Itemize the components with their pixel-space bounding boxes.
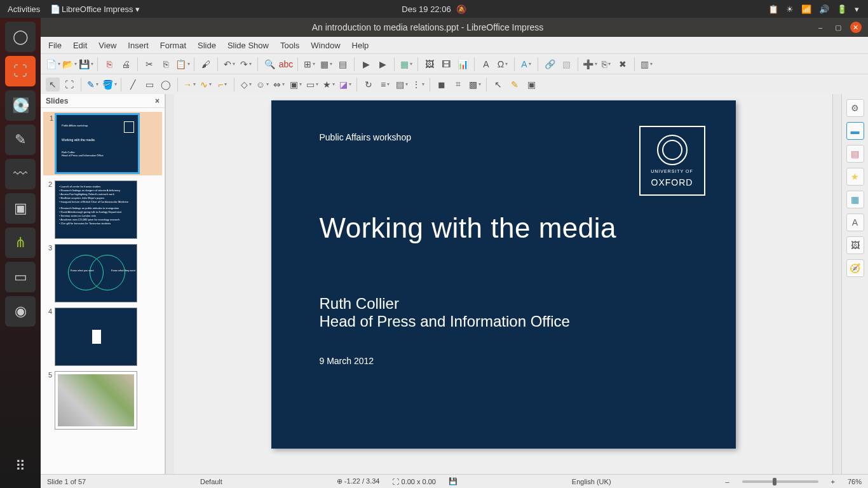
callout-tool[interactable]: ▭	[305, 78, 319, 92]
minimize-button[interactable]: –	[815, 22, 826, 33]
launcher-item-eclipse[interactable]: ◯	[5, 22, 36, 52]
distribute-tool[interactable]: ⋮	[411, 78, 425, 92]
master-slides-button[interactable]: ▦	[846, 191, 864, 208]
select-tool[interactable]: ↖	[46, 78, 60, 92]
canvas-area[interactable]: Public Affairs workshop Working with the…	[174, 94, 832, 474]
zoom-in-button[interactable]: +	[831, 478, 835, 485]
launcher-item-cd[interactable]: ◉	[5, 296, 36, 327]
clock[interactable]: Des 19 22:06	[402, 4, 451, 14]
status-master[interactable]: Default	[200, 478, 222, 485]
canvas-scrollbar[interactable]	[832, 94, 841, 474]
slidepanel-scrollbar[interactable]	[165, 94, 174, 474]
menu-edit[interactable]: Edit	[73, 41, 87, 50]
slide-thumb-3[interactable]: 3 Know what you want Know what they want	[43, 244, 162, 302]
insert-fontwork-button[interactable]: A	[519, 57, 533, 71]
menu-slide[interactable]: Slide	[198, 41, 216, 50]
new-slide-button[interactable]: ➕	[583, 57, 597, 71]
slide-layout-button[interactable]: ▥	[639, 57, 653, 71]
zoom-slider[interactable]	[742, 480, 818, 483]
redo-button[interactable]: ↷	[239, 57, 253, 71]
undo-button[interactable]: ↶	[222, 57, 236, 71]
launcher-item-android[interactable]: ⋔	[5, 227, 36, 258]
delete-slide-button[interactable]: ✖	[616, 57, 630, 71]
menu-slideshow[interactable]: Slide Show	[227, 41, 269, 50]
zoom-pan-tool[interactable]: ⛶	[62, 78, 76, 92]
extrusion-tool[interactable]: ▣	[524, 78, 538, 92]
zoom-level[interactable]: 76%	[848, 478, 862, 485]
export-pdf-button[interactable]: ⎘	[102, 57, 116, 71]
status-language[interactable]: English (UK)	[572, 478, 611, 485]
battery-icon[interactable]: 🔋	[837, 4, 847, 14]
app-menu[interactable]: 📄 LibreOffice Impress ▾	[50, 4, 140, 14]
filter-tool[interactable]: ▩	[468, 78, 482, 92]
slide-thumb-4[interactable]: 4	[43, 308, 162, 366]
launcher-item-editor[interactable]: ✎	[5, 125, 36, 155]
start-presentation-button[interactable]: ▶	[359, 57, 373, 71]
launcher-item-screenshot[interactable]: ⛶	[5, 56, 36, 86]
fill-color-tool[interactable]: 🪣	[102, 78, 116, 92]
close-button[interactable]: ✕	[850, 22, 862, 33]
slide-thumb-1[interactable]: 1 Public Affairs workshop Working with t…	[43, 112, 162, 175]
duplicate-slide-button[interactable]: ⎘	[599, 57, 613, 71]
clone-format-button[interactable]: 🖌	[199, 57, 213, 71]
insert-special-button[interactable]: Ω	[496, 57, 510, 71]
insert-image-button[interactable]: 🖼	[423, 57, 437, 71]
align-tool[interactable]: ≡	[378, 78, 392, 92]
chevron-down-icon[interactable]: ▾	[855, 4, 859, 14]
insert-table-button[interactable]: ▦	[399, 57, 413, 71]
insert-textbox-button[interactable]: A	[479, 57, 493, 71]
master-slide-button[interactable]: ▤	[336, 57, 349, 71]
brightness-icon[interactable]: ☀	[786, 4, 794, 14]
launcher-item-terminal[interactable]: ▣	[5, 193, 36, 224]
block-arrows-tool[interactable]: ⇔	[272, 78, 286, 92]
launcher-item-phone[interactable]: ▭	[5, 262, 36, 292]
arrange-tool[interactable]: ▤	[395, 78, 409, 92]
menu-window[interactable]: Window	[311, 41, 340, 50]
menu-help[interactable]: Help	[352, 41, 369, 50]
properties-button[interactable]: ⚙	[846, 99, 864, 117]
rectangle-tool[interactable]: ▭	[142, 78, 156, 92]
slide-thumbnails[interactable]: 1 Public Affairs workshop Working with t…	[41, 108, 165, 474]
crop-tool[interactable]: ⌗	[451, 78, 465, 92]
symbol-shapes-tool[interactable]: ☺	[255, 78, 269, 92]
curve-tool[interactable]: ∿	[199, 78, 213, 92]
menu-tools[interactable]: Tools	[280, 41, 299, 50]
slide-thumb-5[interactable]: 5	[43, 371, 162, 430]
menu-view[interactable]: View	[98, 41, 116, 50]
find-button[interactable]: 🔍	[262, 57, 276, 71]
animation-button[interactable]: ★	[846, 168, 864, 186]
display-views-button[interactable]: ▦	[319, 57, 333, 71]
save-button[interactable]: 💾	[79, 57, 93, 71]
grid-button[interactable]: ⊞	[302, 57, 316, 71]
slide-panel-close[interactable]: ×	[155, 97, 159, 105]
gluepoint-tool[interactable]: ✎	[508, 78, 522, 92]
insert-object-button[interactable]: ▧	[559, 57, 573, 71]
star-tool[interactable]: ★	[322, 78, 336, 92]
clipboard-icon[interactable]: 📋	[768, 4, 778, 14]
ellipse-tool[interactable]: ◯	[159, 78, 173, 92]
points-tool[interactable]: ↖	[491, 78, 505, 92]
connector-tool[interactable]: ⌐	[215, 78, 229, 92]
slide-canvas[interactable]: Public Affairs workshop Working with the…	[271, 100, 736, 449]
line-tool[interactable]: ╱	[126, 78, 140, 92]
launcher-item-disks[interactable]: 💽	[5, 90, 36, 121]
new-button[interactable]: 📄	[46, 57, 60, 71]
insert-av-button[interactable]: 🎞	[439, 57, 453, 71]
zoom-out-button[interactable]: –	[725, 478, 729, 485]
cut-button[interactable]: ✂	[142, 57, 156, 71]
start-current-button[interactable]: ▶	[376, 57, 390, 71]
arrow-tool[interactable]: →	[182, 78, 196, 92]
slide-thumb-2[interactable]: 2 • Launch of centre for Iranian studies…	[43, 180, 162, 239]
open-button[interactable]: 📂	[62, 57, 76, 71]
menu-insert[interactable]: Insert	[128, 41, 149, 50]
slide-properties-button[interactable]: ▬	[846, 122, 864, 140]
menu-format[interactable]: Format	[160, 41, 186, 50]
paste-button[interactable]: 📋	[175, 57, 189, 71]
3d-tool[interactable]: ◪	[338, 78, 352, 92]
navigator-button[interactable]: 🧭	[846, 259, 864, 277]
launcher-item-apps[interactable]: ⠿	[5, 451, 36, 482]
spellcheck-button[interactable]: abc	[279, 57, 293, 71]
line-color-tool[interactable]: ✎	[86, 78, 100, 92]
slide-transition-button[interactable]: ▤	[846, 145, 864, 163]
copy-button[interactable]: ⎘	[159, 57, 173, 71]
